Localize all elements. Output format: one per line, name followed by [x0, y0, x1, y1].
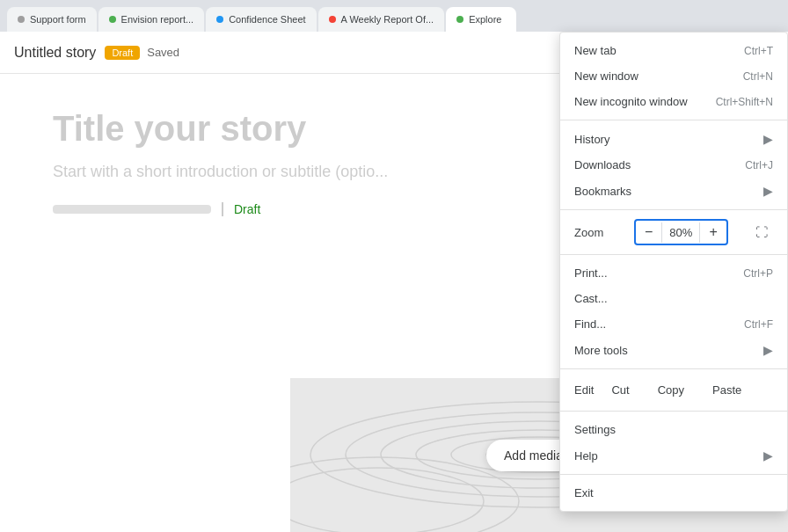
menu-item-help[interactable]: Help ▶ [560, 442, 787, 469]
menu-item-label: New tab [574, 44, 617, 57]
story-title: Untitled story [14, 45, 96, 61]
paste-button[interactable]: Paste [702, 380, 752, 400]
menu-item-label: Help [574, 449, 598, 463]
menu-item-settings[interactable]: Settings [560, 417, 787, 442]
zoom-label: Zoom [574, 226, 627, 239]
edit-label: Edit [574, 383, 594, 397]
menu-item-label: Find... [574, 317, 606, 331]
tab-confidence[interactable]: Confidence Sheet [206, 7, 316, 32]
tab-dot [456, 16, 463, 23]
zoom-controls: − 80% + [634, 219, 728, 245]
saved-label: Saved [147, 46, 179, 59]
submenu-arrow-icon: ▶ [763, 132, 773, 146]
menu-item-label: New incognito window [574, 95, 688, 108]
menu-item-print[interactable]: Print... Ctrl+P [560, 260, 787, 286]
menu-item-find[interactable]: Find... Ctrl+F [560, 311, 787, 337]
tab-label: Support form [30, 14, 86, 25]
zoom-decrease-button[interactable]: − [636, 221, 661, 244]
menu-shortcut: Ctrl+Shift+N [716, 96, 773, 108]
menu-item-label: History [574, 133, 609, 146]
author-placeholder [53, 205, 211, 214]
submenu-arrow-icon: ▶ [763, 448, 773, 463]
tab-weekly-report[interactable]: A Weekly Report Of... [318, 7, 445, 32]
tab-label: A Weekly Report Of... [341, 14, 434, 25]
zoom-value: 80% [661, 222, 700, 243]
menu-shortcut: Ctrl+F [744, 318, 773, 331]
menu-item-bookmarks[interactable]: Bookmarks ▶ [560, 178, 787, 204]
draft-badge: Draft [105, 46, 140, 60]
menu-divider [560, 209, 787, 210]
copy-button[interactable]: Copy [647, 380, 695, 400]
menu-item-label: Settings [574, 423, 616, 436]
menu-item-label: Exit [574, 486, 594, 499]
menu-item-label: Bookmarks [574, 185, 631, 198]
menu-item-cast[interactable]: Cast... [560, 286, 787, 311]
edit-row: Edit Cut Copy Paste [560, 375, 787, 405]
zoom-fullscreen-button[interactable]: ⛶ [750, 222, 773, 243]
menu-divider [560, 411, 787, 412]
menu-item-label: More tools [574, 344, 628, 357]
tab-dot [216, 16, 223, 23]
menu-item-label: New window [574, 69, 638, 83]
menu-item-label: Cast... [574, 292, 608, 305]
fullscreen-icon: ⛶ [755, 225, 768, 239]
menu-shortcut: Ctrl+N [743, 70, 773, 83]
menu-shortcut: Ctrl+P [743, 267, 773, 280]
submenu-arrow-icon: ▶ [763, 343, 773, 357]
menu-item-downloads[interactable]: Downloads Ctrl+J [560, 152, 787, 178]
tab-explore[interactable]: Explore [446, 7, 516, 32]
menu-item-new-window[interactable]: New window Ctrl+N [560, 63, 787, 89]
chrome-menu: New tab Ctrl+T New window Ctrl+N New inc… [559, 32, 788, 512]
menu-divider [560, 254, 787, 255]
menu-item-more-tools[interactable]: More tools ▶ [560, 337, 787, 363]
tab-dot [18, 16, 25, 23]
zoom-increase-button[interactable]: + [700, 221, 726, 244]
menu-shortcut: Ctrl+T [744, 45, 773, 57]
menu-item-label: Downloads [574, 158, 631, 171]
submenu-arrow-icon: ▶ [763, 184, 773, 198]
draft-tag: Draft [222, 202, 260, 216]
cut-button[interactable]: Cut [601, 380, 639, 400]
menu-item-exit[interactable]: Exit [560, 480, 787, 506]
tab-label: Explore [469, 14, 501, 25]
menu-item-new-incognito[interactable]: New incognito window Ctrl+Shift+N [560, 89, 787, 114]
menu-divider [560, 120, 787, 120]
menu-item-new-tab[interactable]: New tab Ctrl+T [560, 38, 787, 63]
menu-divider [560, 474, 787, 475]
tab-label: Envision report... [121, 14, 194, 25]
menu-shortcut: Ctrl+J [745, 159, 773, 171]
tab-support-form[interactable]: Support form [7, 7, 97, 32]
menu-item-label: Print... [574, 266, 608, 280]
menu-divider [560, 368, 787, 369]
tab-dot [109, 16, 116, 23]
tab-dot [329, 16, 336, 23]
menu-item-history[interactable]: History ▶ [560, 126, 787, 152]
add-media-label: Add media [504, 448, 563, 463]
browser-tabs: Support form Envision report... Confiden… [0, 0, 788, 32]
tab-envision[interactable]: Envision report... [98, 7, 205, 32]
tab-label: Confidence Sheet [229, 14, 305, 25]
zoom-row: Zoom − 80% + ⛶ [560, 215, 787, 249]
